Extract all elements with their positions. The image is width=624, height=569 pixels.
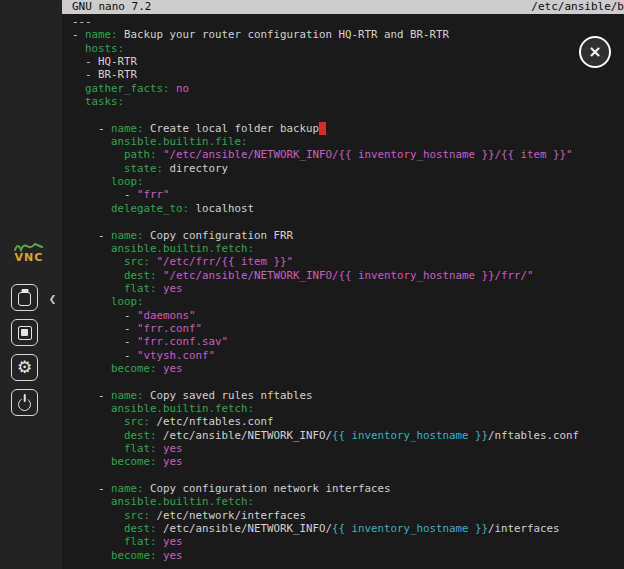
clipboard-button[interactable] [11,284,38,311]
editor-line: loop: [72,175,624,188]
power-button[interactable] [11,389,38,416]
editor-line [72,108,624,121]
editor-line: tasks: [72,95,624,108]
editor-line: state: directory [72,162,624,175]
editor-line: --- [72,15,624,28]
editor-line: - name: Copy saved rules nftables [72,389,624,402]
editor-line: delegate_to: localhost [72,202,624,215]
editor-line [72,375,624,388]
editor-line: - name: Create local folder backup [72,122,624,135]
gear-icon: ⚙ [17,359,32,376]
editor-line: dest: /etc/ansible/NETWORK_INFO/{{ inven… [72,429,624,442]
editor-line: - HQ-RTR [72,55,624,68]
editor-line: - name: Backup your router configuration… [72,28,624,41]
editor-line: - "daemons" [72,309,624,322]
editor-line: ansible.builtin.file: [72,135,624,148]
editor-line: dest: /etc/ansible/NETWORK_INFO/{{ inven… [72,522,624,535]
clipboard-icon [18,292,31,306]
editor-line: path: "/etc/ansible/NETWORK_INFO/{{ inve… [72,148,624,161]
editor-line: become: yes [72,549,624,562]
editor-line: flat: yes [72,442,624,455]
editor-line: src: /etc/nftables.conf [72,415,624,428]
vnc-logo: VNC [8,241,50,263]
editor-line: ansible.builtin.fetch: [72,495,624,508]
editor-line: ansible.builtin.fetch: [72,242,624,255]
editor-line: become: yes [72,455,624,468]
editor-line: src: "/etc/frr/{{ item }}" [72,255,624,268]
editor-line: flat: yes [72,282,624,295]
editor-line: flat: yes [72,535,624,548]
editor-line: src: /etc/network/interfaces [72,509,624,522]
editor-line: ansible.builtin.fetch: [72,402,624,415]
editor[interactable]: ---- name: Backup your router configurat… [62,14,624,562]
settings-button[interactable]: ⚙ [11,354,38,381]
fullscreen-button[interactable] [11,319,38,346]
close-icon: × [588,44,601,60]
close-button[interactable]: × [579,36,611,68]
editor-line [72,469,624,482]
editor-line: - "frr.conf" [72,322,624,335]
control-bar-handle[interactable]: ❮ [46,288,59,310]
fullscreen-icon [18,326,32,340]
editor-line: - name: Copy configuration network inter… [72,482,624,495]
chevron-left-icon: ❮ [49,294,57,304]
editor-line: - "vtysh.conf" [72,349,624,362]
editor-line: gather_facts: no [72,82,624,95]
editor-line: - "frr" [72,188,624,201]
editor-line: become: yes [72,362,624,375]
control-buttons: ⚙ [11,284,38,416]
editor-line: dest: "/etc/ansible/NETWORK_INFO/{{ inve… [72,269,624,282]
editor-line: - name: Copy configuration FRR [72,229,624,242]
vnc-control-bar: VNC ⚙ ❮ [0,0,62,569]
file-path: /etc/ansible/b [531,0,624,14]
nano-titlebar: GNU nano 7.2 /etc/ansible/b [62,0,624,14]
terminal-window[interactable]: GNU nano 7.2 /etc/ansible/b ---- name: B… [62,0,624,569]
vnc-logo-text: VNC [8,252,50,263]
editor-line: - "frr.conf.sav" [72,335,624,348]
editor-line: loop: [72,295,624,308]
screen: VNC ⚙ ❮ GNU nano 7.2 /etc/ansible/b ----… [0,0,624,569]
editor-line: hosts: [72,42,624,55]
editor-line [72,215,624,228]
editor-line: - BR-RTR [72,68,624,81]
power-icon [18,398,31,411]
nano-version: GNU nano 7.2 [72,0,151,14]
